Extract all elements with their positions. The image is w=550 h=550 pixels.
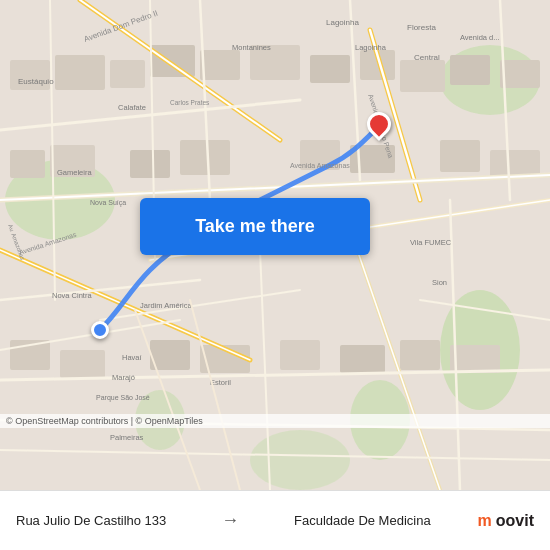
moovit-logo-m: m <box>478 512 492 530</box>
moovit-logo-rest: oovit <box>496 512 534 530</box>
origin-marker <box>91 321 109 339</box>
svg-text:Calafate: Calafate <box>118 103 146 112</box>
svg-text:Carlos Prates: Carlos Prates <box>170 99 210 106</box>
svg-rect-17 <box>500 60 540 88</box>
svg-rect-27 <box>60 350 105 378</box>
svg-rect-30 <box>280 340 320 370</box>
svg-text:Havaí: Havaí <box>122 353 143 362</box>
svg-rect-21 <box>180 140 230 175</box>
svg-rect-11 <box>200 50 240 80</box>
svg-text:Palmeiras: Palmeiras <box>110 433 144 442</box>
svg-point-6 <box>250 430 350 490</box>
map-container: Avenida Dom Pedro II Avenida Amazonas Av… <box>0 0 550 490</box>
svg-rect-13 <box>310 55 350 83</box>
svg-text:Montanines: Montanines <box>232 43 271 52</box>
svg-text:Eustáquio: Eustáquio <box>18 77 54 86</box>
destination-marker <box>367 112 391 136</box>
route-from-label: Rua Julio De Castilho 133 <box>16 513 166 528</box>
svg-text:Avenida Amazonas: Avenida Amazonas <box>290 162 350 169</box>
take-me-there-button[interactable]: Take me there <box>140 198 370 255</box>
svg-text:Vila FUMEC: Vila FUMEC <box>410 238 452 247</box>
svg-text:Central: Central <box>414 53 440 62</box>
svg-text:Nova Cintra: Nova Cintra <box>52 291 92 300</box>
svg-text:Floresta: Floresta <box>407 23 436 32</box>
svg-rect-31 <box>340 345 385 373</box>
svg-text:Lagoinha: Lagoinha <box>326 18 359 27</box>
svg-text:Avenida d...: Avenida d... <box>460 33 499 42</box>
svg-rect-15 <box>400 60 445 92</box>
svg-rect-32 <box>400 340 440 370</box>
svg-rect-24 <box>440 140 480 172</box>
bottom-bar: Rua Julio De Castilho 133 → Faculdade De… <box>0 490 550 550</box>
svg-rect-33 <box>450 345 500 373</box>
svg-rect-9 <box>110 60 145 88</box>
svg-rect-20 <box>130 150 170 178</box>
svg-rect-16 <box>450 55 490 85</box>
svg-text:Lagoinha: Lagoinha <box>355 43 387 52</box>
svg-text:Jardim América: Jardim América <box>140 301 193 310</box>
svg-rect-18 <box>10 150 45 178</box>
map-attribution: © OpenStreetMap contributors | © OpenMap… <box>0 414 550 428</box>
svg-text:Gameleira: Gameleira <box>57 168 92 177</box>
svg-text:Marajó: Marajó <box>112 373 135 382</box>
moovit-logo: moovit <box>478 512 534 530</box>
route-arrow-icon: → <box>221 510 239 531</box>
svg-rect-10 <box>150 45 195 77</box>
svg-text:Sion: Sion <box>432 278 447 287</box>
svg-text:Nova Suíça: Nova Suíça <box>90 199 126 207</box>
route-to-label: Faculdade De Medicina <box>294 513 431 528</box>
svg-text:Parque São José: Parque São José <box>96 394 150 402</box>
svg-rect-8 <box>55 55 105 90</box>
